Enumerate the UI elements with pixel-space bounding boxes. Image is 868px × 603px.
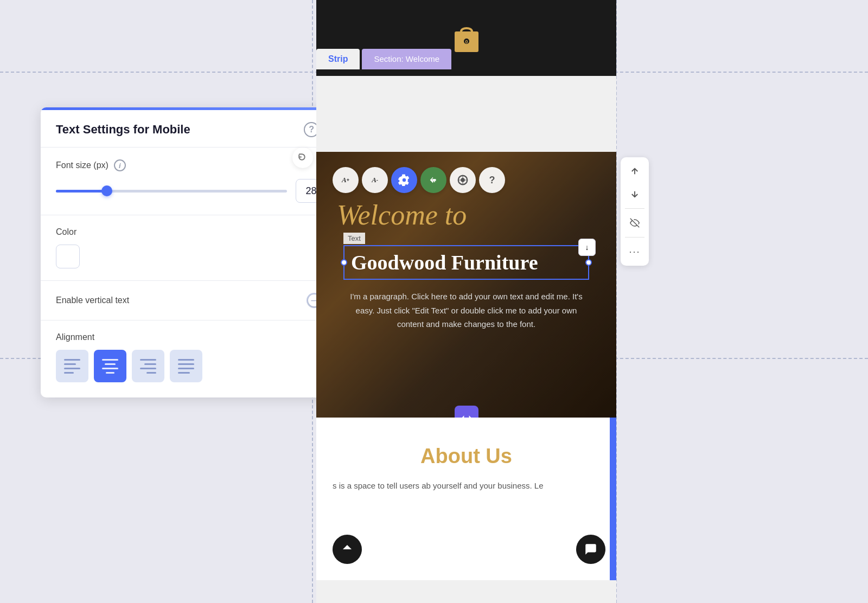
vertical-text-label: Enable vertical text — [56, 296, 129, 305]
slider-fill — [56, 190, 107, 193]
shopping-bag-icon: 0 — [452, 22, 481, 54]
about-text: s is a space to tell users ab yourself a… — [333, 479, 600, 493]
hero-content: A+ A- « ? — [316, 152, 616, 342]
align-left-button[interactable] — [56, 350, 88, 382]
color-swatch[interactable] — [56, 245, 80, 268]
about-section: About Us s is a space to tell users ab y… — [316, 418, 616, 580]
move-up-button[interactable] — [625, 162, 644, 181]
strip-tab[interactable]: Strip — [316, 49, 360, 69]
panel-title: Text Settings for Mobile — [56, 123, 304, 137]
search-circle-icon[interactable] — [450, 167, 476, 193]
font-size-slider[interactable] — [56, 185, 287, 197]
site-tabs: Strip Section: Welcome — [316, 49, 451, 69]
text-element-label: Text — [343, 233, 365, 244]
section-tab[interactable]: Section: Welcome — [362, 49, 451, 69]
slider-thumb[interactable] — [101, 185, 112, 196]
font-size-info-icon[interactable]: i — [114, 159, 126, 171]
align-justify-button[interactable] — [170, 350, 202, 382]
text-toolbar: A+ A- « ? — [333, 167, 600, 193]
heading-text: Goodwood Furniture — [351, 251, 582, 274]
slider-track — [56, 190, 287, 193]
increase-font-icon[interactable]: A+ — [333, 167, 359, 193]
vertical-text-section: Enable vertical text — [41, 281, 350, 320]
undo-button[interactable] — [292, 147, 313, 168]
text-element-box[interactable]: ↓ Goodwood Furniture — [343, 245, 589, 280]
gear-icon[interactable] — [391, 167, 417, 193]
download-icon[interactable]: ↓ — [578, 239, 596, 256]
alignment-label: Alignment — [56, 332, 335, 342]
svg-text:0: 0 — [465, 39, 468, 44]
divider2 — [625, 237, 644, 238]
back-arrows-icon[interactable]: « — [420, 167, 446, 193]
color-section: Color — [41, 215, 350, 281]
preview-area: 0 Strip Section: Welcome A+ A- — [316, 0, 616, 603]
move-down-button[interactable] — [625, 184, 644, 204]
anchor-left — [341, 259, 347, 266]
divider — [625, 208, 644, 209]
panel-header: Text Settings for Mobile ? × — [41, 110, 350, 147]
anchor-right — [585, 259, 592, 266]
alignment-buttons — [56, 350, 335, 382]
hero-section: A+ A- « ? — [316, 152, 616, 418]
hero-paragraph: I'm a paragraph. Click here to add your … — [333, 290, 600, 331]
vertical-text-row: Enable vertical text — [56, 293, 335, 308]
align-center-button[interactable] — [94, 350, 126, 382]
about-title: About Us — [333, 445, 600, 468]
decrease-font-icon[interactable]: A- — [362, 167, 388, 193]
question-icon[interactable]: ? — [479, 167, 505, 193]
chat-button[interactable] — [576, 535, 605, 564]
about-blue-bar — [610, 418, 616, 580]
hide-button[interactable] — [625, 213, 644, 233]
font-size-row — [56, 179, 335, 203]
text-element-wrapper: Text ↓ Goodwood Furniture — [343, 233, 589, 280]
welcome-text: Welcome to — [337, 200, 467, 230]
alignment-section: Alignment — [41, 320, 350, 397]
scroll-up-button[interactable] — [333, 535, 362, 564]
right-controls: ··· — [621, 157, 649, 266]
more-options-button[interactable]: ··· — [625, 242, 644, 261]
align-right-button[interactable] — [132, 350, 164, 382]
color-label: Color — [56, 227, 335, 237]
welcome-heading: Welcome to — [333, 200, 600, 230]
resize-handle[interactable] — [455, 406, 478, 418]
